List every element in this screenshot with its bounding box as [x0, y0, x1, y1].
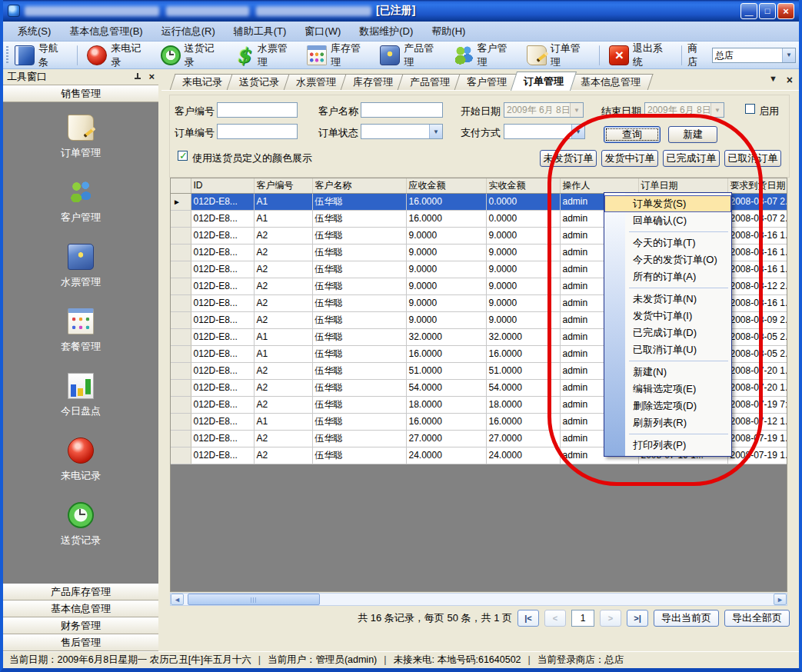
sidebar-group[interactable]: 财务管理: [3, 617, 158, 634]
shop-select[interactable]: 总店 ▼: [712, 48, 796, 63]
minimize-button[interactable]: —: [740, 3, 757, 19]
row-selector-cell[interactable]: [171, 294, 191, 311]
start-date-picker[interactable]: 2009年 6月 8日 ▼: [504, 102, 584, 118]
toolbar-button[interactable]: 产品管理: [376, 40, 447, 71]
customer-name-input[interactable]: [361, 102, 443, 118]
toolbar-button[interactable]: 库存管理: [303, 40, 374, 71]
chevron-down-icon[interactable]: ▼: [782, 48, 795, 62]
sidebar-item[interactable]: 送货记录: [61, 502, 101, 547]
context-menu-item[interactable]: 未发货订单(N): [604, 291, 731, 308]
row-selector-cell[interactable]: [171, 311, 191, 328]
tab[interactable]: 基本信息管理: [571, 74, 651, 91]
toolbar-button[interactable]: [77, 45, 78, 65]
toolbar-button[interactable]: 送货记录: [157, 40, 228, 71]
export-current-page-button[interactable]: 导出当前页: [654, 610, 719, 627]
last-page-button[interactable]: >|: [627, 610, 648, 627]
end-date-picker[interactable]: 2009年 6月 8日 ▼: [644, 102, 724, 118]
sidebar-item[interactable]: 水票管理: [61, 244, 101, 289]
next-page-button[interactable]: >: [600, 610, 621, 627]
tab[interactable]: 送货记录: [229, 74, 289, 91]
toolbar-button[interactable]: 退出系统: [605, 40, 676, 71]
sidebar-group[interactable]: 产品库存管理: [3, 584, 158, 600]
tab-close-icon[interactable]: ×: [787, 74, 793, 86]
row-selector-cell[interactable]: [171, 430, 191, 447]
sidebar-group[interactable]: 基本信息管理: [3, 600, 158, 617]
tab[interactable]: 来电记录: [172, 74, 232, 91]
col-order-date[interactable]: 订单日期: [638, 178, 727, 193]
tab[interactable]: 库存管理: [343, 74, 403, 91]
sidebar-item[interactable]: 来电记录: [61, 437, 101, 483]
context-menu-item[interactable]: 已取消订单(U): [604, 341, 731, 358]
close-button[interactable]: ×: [777, 3, 794, 19]
order-status-filter-button[interactable]: 未发货订单: [540, 150, 597, 167]
query-button[interactable]: 查询: [604, 126, 661, 143]
toolbar-button[interactable]: [681, 45, 682, 65]
toolbar-button[interactable]: 来电记录: [83, 40, 154, 71]
tab[interactable]: 客户管理: [457, 74, 517, 91]
scroll-left-icon[interactable]: ◄: [171, 594, 184, 605]
col-received[interactable]: 实收金额: [486, 178, 560, 193]
toolbar-button[interactable]: 导航条: [11, 40, 72, 71]
context-menu-item[interactable]: [604, 285, 731, 291]
horizontal-scrollbar[interactable]: ◄ ►: [170, 593, 787, 606]
new-button[interactable]: 新建: [668, 126, 717, 143]
order-status-filter-button[interactable]: 发货中订单: [601, 150, 658, 167]
row-selector-cell[interactable]: [171, 261, 191, 278]
toolbar-button[interactable]: 水票管理: [230, 40, 301, 71]
page-input[interactable]: [571, 610, 594, 627]
prev-page-button[interactable]: <: [544, 610, 566, 627]
sidebar-item[interactable]: 订单管理: [61, 115, 101, 160]
sidebar-close-icon[interactable]: ×: [148, 72, 155, 82]
sidebar-item[interactable]: 客户管理: [61, 179, 101, 225]
row-selector-cell[interactable]: [171, 227, 191, 244]
row-selector-cell[interactable]: [171, 447, 191, 464]
row-selector-cell[interactable]: [171, 278, 191, 294]
row-selector-cell[interactable]: [171, 413, 191, 430]
order-status-select[interactable]: ▼: [361, 124, 443, 139]
context-menu-item[interactable]: 订单发货(S): [604, 195, 731, 212]
tab[interactable]: 水票管理: [286, 74, 346, 91]
row-selector-cell[interactable]: [171, 362, 191, 379]
first-page-button[interactable]: |<: [517, 610, 539, 627]
context-menu-item[interactable]: 新建(N): [604, 364, 731, 381]
tab[interactable]: 产品管理: [400, 74, 460, 91]
context-menu-item[interactable]: [604, 229, 731, 235]
context-menu-item[interactable]: 回单确认(C): [604, 212, 731, 229]
menu-bar-item[interactable]: 系统(S): [9, 22, 59, 41]
tab[interactable]: 订单管理: [514, 72, 574, 91]
scrollbar-thumb[interactable]: [188, 594, 320, 605]
pin-icon[interactable]: [133, 72, 142, 82]
row-selector-cell[interactable]: [171, 345, 191, 362]
col-receivable[interactable]: 应收金额: [406, 178, 486, 193]
sidebar-group-sales[interactable]: 销售管理: [3, 85, 158, 102]
context-menu-item[interactable]: [604, 431, 731, 437]
menu-bar-item[interactable]: 辅助工具(T): [225, 22, 295, 41]
sidebar-group[interactable]: 售后管理: [3, 634, 158, 651]
export-all-pages-button[interactable]: 导出全部页: [724, 610, 790, 627]
context-menu-item[interactable]: 所有的订单(A): [604, 268, 731, 285]
menu-bar-item[interactable]: 数据维护(D): [351, 22, 421, 41]
col-customer-name[interactable]: 客户名称: [312, 178, 406, 193]
col-customer-no[interactable]: 客户编号: [254, 178, 312, 193]
pay-method-select[interactable]: ▼: [504, 124, 585, 139]
context-menu-item[interactable]: 已完成订单(D): [604, 324, 731, 341]
context-menu-item[interactable]: 今天的发货订单(O): [604, 251, 731, 268]
context-menu-item[interactable]: 打印列表(P): [604, 437, 731, 454]
order-status-filter-button[interactable]: 已完成订单: [663, 150, 720, 167]
menu-bar-item[interactable]: 运行信息(R): [153, 22, 224, 41]
row-selector-cell[interactable]: [171, 193, 191, 210]
delivery-color-checkbox[interactable]: [178, 151, 188, 161]
row-selector-cell[interactable]: [171, 379, 191, 396]
menu-bar-item[interactable]: 基本信息管理(B): [61, 22, 151, 41]
menu-bar-item[interactable]: 帮助(H): [423, 22, 474, 41]
context-menu-item[interactable]: 编辑选定项(E): [604, 381, 731, 398]
chevron-down-icon[interactable]: ▼: [429, 125, 442, 138]
enable-date-checkbox[interactable]: [745, 104, 755, 114]
menu-bar-item[interactable]: 窗口(W): [296, 22, 349, 41]
context-menu-item[interactable]: 删除选定项(D): [604, 398, 731, 414]
sidebar-item[interactable]: 套餐管理: [61, 308, 101, 354]
tab-list-dropdown-icon[interactable]: ▼: [769, 74, 777, 86]
customer-no-input[interactable]: [217, 102, 298, 118]
context-menu-item[interactable]: 发货中订单(I): [604, 308, 731, 324]
col-required-date[interactable]: 要求到货日期: [727, 178, 787, 193]
